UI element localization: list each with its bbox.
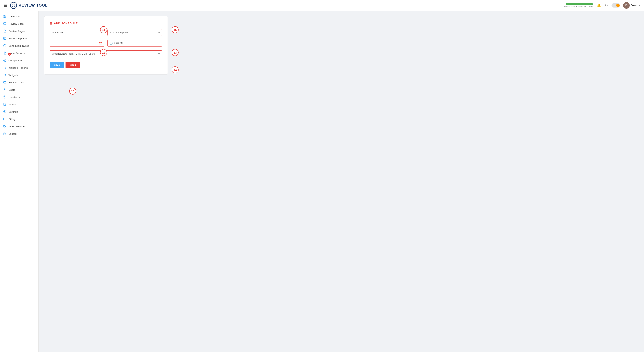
svg-rect-22 (4, 118, 6, 120)
sidebar-label-review-cards: Review Cards (8, 81, 25, 84)
sidebar-label-media: Media (8, 103, 16, 106)
sidebar-item-website-reports[interactable]: Website Reports › (0, 64, 38, 71)
sidebar-item-competitors[interactable]: Competitors (0, 57, 38, 64)
hamburger-menu[interactable] (4, 4, 7, 7)
sidebar-item-invite-templates[interactable]: Invite Templates › (0, 35, 38, 42)
sidebar-item-dashboard[interactable]: Dashboard (0, 13, 38, 20)
save-button[interactable]: Save (50, 62, 64, 68)
website-reports-icon (3, 66, 6, 69)
user-name: Demo (631, 4, 638, 7)
theme-toggle[interactable] (612, 3, 620, 7)
notification-icon[interactable]: 🔔 (596, 3, 602, 8)
sidebar-label-competitors: Competitors (8, 59, 22, 62)
invite-bar-fill (566, 3, 593, 5)
sidebar-label-invite-templates: Invite Templates (8, 37, 27, 40)
sidebar-item-users[interactable]: Users › (0, 86, 38, 93)
sidebar-label-locations: Locations (8, 96, 20, 99)
sidebar-item-logout[interactable]: Logout (0, 130, 38, 137)
sidebar-item-locations[interactable]: Locations (0, 93, 38, 101)
logout-icon (3, 132, 6, 136)
chevron-right-icon: › (34, 118, 35, 120)
invite-reports-icon: 7 (3, 51, 6, 55)
select-template-dropdown[interactable]: Select Template (108, 29, 162, 36)
app-title: REVIEW TOOL (18, 3, 48, 7)
sidebar: Dashboard Review Sites › Review Pages › … (0, 11, 39, 352)
form-row-2: 📅 🕐 (50, 40, 162, 46)
time-group: 🕐 (108, 40, 162, 46)
select-list-group: Select list (50, 29, 104, 36)
sidebar-label-widgets: Widgets (8, 74, 18, 77)
svg-rect-4 (5, 16, 6, 17)
select-list-dropdown[interactable]: Select list (50, 29, 104, 36)
avatar: D (623, 2, 630, 9)
timezone-group: America/New_York - UTC/GMT -05:00 (50, 50, 162, 57)
sidebar-item-video-tutorials[interactable]: Video Tutorials (0, 123, 38, 130)
billing-icon (3, 117, 6, 121)
svg-point-21 (4, 111, 5, 112)
add-schedule-card: ADD SCHEDULE Select list Select Template (44, 16, 168, 74)
logo-icon (10, 2, 17, 9)
sidebar-label-video-tutorials: Video Tutorials (8, 125, 26, 128)
svg-marker-24 (6, 126, 6, 127)
svg-point-18 (4, 97, 5, 97)
refresh-icon[interactable]: ↻ (604, 3, 609, 8)
calendar-icon[interactable]: 📅 (98, 41, 102, 45)
form-row-3: America/New_York - UTC/GMT -05:00 (50, 50, 162, 57)
svg-point-17 (4, 89, 5, 90)
time-input[interactable] (108, 40, 162, 46)
svg-point-20 (4, 104, 5, 104)
chevron-right-icon: › (34, 74, 35, 76)
date-input[interactable] (50, 40, 104, 46)
chevron-down-icon: ▾ (639, 4, 640, 6)
svg-rect-1 (4, 15, 5, 16)
timezone-dropdown[interactable]: America/New_York - UTC/GMT -05:00 (50, 50, 162, 57)
invite-reports-badge: 7 (8, 53, 11, 56)
chevron-right-icon: › (34, 45, 35, 47)
sidebar-item-invite-reports[interactable]: 7 Invite Reports › (0, 49, 38, 57)
scheduled-invites-icon (3, 44, 6, 47)
invite-progress-bar (566, 3, 593, 5)
dashboard-icon (3, 15, 6, 18)
sidebar-label-settings: Settings (8, 110, 18, 113)
back-button[interactable]: Back (66, 62, 80, 68)
header-icons: 🔔 ↻ (596, 3, 620, 8)
sidebar-item-scheduled-invites[interactable]: Scheduled Invites › (0, 42, 38, 49)
user-menu[interactable]: D Demo ▾ (623, 2, 640, 9)
card-title-text: ADD SCHEDULE (54, 22, 78, 25)
sidebar-item-settings[interactable]: Settings (0, 108, 38, 115)
sidebar-label-users: Users (8, 88, 15, 91)
sidebar-item-billing[interactable]: Billing › (0, 115, 38, 123)
sidebar-label-invite-reports: Invite Reports (8, 52, 24, 55)
schedule-icon (50, 22, 52, 24)
clock-icon: 🕐 (110, 42, 113, 45)
sidebar-label-review-sites: Review Sites (8, 22, 24, 25)
svg-rect-15 (4, 81, 6, 83)
sidebar-label-scheduled-invites: Scheduled Invites (8, 44, 29, 47)
chevron-right-icon: › (34, 52, 35, 54)
card-wrapper: ADD SCHEDULE Select list Select Template (44, 16, 638, 74)
chevron-right-icon: › (34, 30, 35, 32)
sidebar-label-website-reports: Website Reports (8, 66, 28, 69)
chevron-right-icon: › (34, 89, 35, 91)
form-row-1: Select list Select Template (50, 29, 162, 36)
invite-remaining: INVITE REMAINING: 997/1000 (564, 3, 593, 8)
logo-area: REVIEW TOOL (10, 2, 48, 9)
sidebar-item-review-sites[interactable]: Review Sites › (0, 20, 38, 27)
sidebar-item-media[interactable]: Media (0, 101, 38, 108)
sidebar-item-widgets[interactable]: Widgets › (0, 71, 38, 79)
sidebar-item-review-cards[interactable]: Review Cards (0, 79, 38, 86)
svg-point-0 (12, 4, 15, 7)
header-left: REVIEW TOOL (4, 2, 48, 9)
media-icon (3, 103, 6, 106)
review-sites-icon (3, 22, 6, 25)
widgets-icon (3, 73, 6, 77)
annotation-13: 13 (172, 49, 178, 56)
date-group: 📅 (50, 40, 104, 46)
sidebar-item-review-pages[interactable]: Review Pages › (0, 27, 38, 35)
select-template-group: Select Template (108, 29, 162, 36)
annotation-16: 16 (69, 88, 76, 95)
video-tutorials-icon (3, 125, 6, 128)
sidebar-label-review-pages: Review Pages (8, 30, 25, 33)
locations-icon (3, 95, 6, 99)
invite-templates-icon (3, 37, 6, 40)
